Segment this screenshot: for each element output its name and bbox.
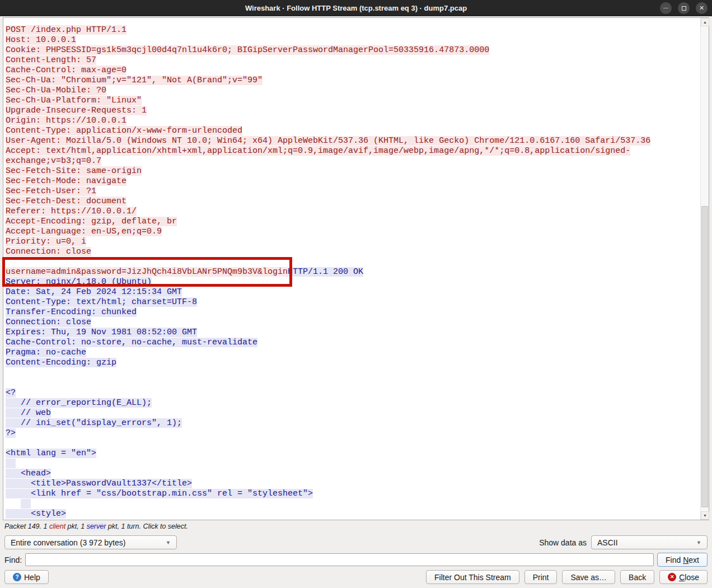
stream-line: Priority: u=0, i (6, 237, 697, 247)
conversation-select-value: Entire conversation (3 972 bytes) (11, 538, 125, 547)
help-icon: ? (13, 573, 21, 581)
stream-line: Server: nginx/1.18.0 (Ubuntu) (6, 277, 697, 287)
window-title: Wireshark · Follow HTTP Stream (tcp.stre… (245, 4, 467, 12)
stream-line: User-Agent: Mozilla/5.0 (Windows NT 10.0… (6, 136, 697, 146)
print-button[interactable]: Print (524, 570, 558, 584)
stream-line: <style> (6, 509, 697, 519)
window-close-icon[interactable]: ✕ (696, 2, 708, 14)
stream-line: <title>PasswordVault1337</title> (6, 479, 697, 489)
titlebar: Wireshark · Follow HTTP Stream (tcp.stre… (0, 0, 712, 16)
stream-line: Date: Sat, 24 Feb 2024 12:15:34 GMT (6, 287, 697, 297)
show-data-as-label: Show data as (539, 538, 587, 547)
scroll-up-icon[interactable]: ▲ (701, 18, 709, 26)
stream-line: <link href = "css/bootstrap.min.css" rel… (6, 489, 697, 499)
stream-line: Accept: text/html,application/xhtml+xml,… (6, 146, 697, 166)
stream-line: Cache-Control: no-store, no-cache, must-… (6, 338, 697, 348)
stream-line: Accept-Language: en-US,en;q=0.9 (6, 227, 697, 237)
stream-line: // error_reporting(E_ALL); (6, 398, 697, 408)
stream-line: Sec-Fetch-Mode: navigate (6, 176, 697, 186)
stream-line: Sec-Fetch-User: ?1 (6, 186, 697, 197)
stream-line (6, 257, 697, 267)
find-next-button[interactable]: Find Next (657, 553, 708, 567)
stream-line: Sec-Fetch-Dest: document (6, 197, 697, 207)
filter-out-stream-button[interactable]: Filter Out This Stream (426, 570, 519, 584)
stream-line: Cookie: PHPSESSID=gs1k5m3qcjl00d4q7nl1u4… (6, 45, 697, 55)
maximize-square-glyph (682, 6, 686, 11)
stream-line: POST /index.php HTTP/1.1 (6, 25, 697, 35)
hint-client-label: client (49, 522, 65, 530)
find-label: Find: (4, 556, 22, 564)
conversation-select[interactable]: Entire conversation (3 972 bytes) ▼ (4, 535, 177, 549)
stream-line: Transfer-Encoding: chunked (6, 307, 697, 318)
stream-line (6, 459, 697, 469)
stream-line: Cache-Control: max-age=0 (6, 66, 697, 76)
stream-line: Connection: close (6, 318, 697, 328)
stream-line: Accept-Encoding: gzip, deflate, br (6, 217, 697, 227)
stream-line: <html lang = "en"> (6, 449, 697, 459)
hint-suffix: pkt, 1 turn. Click to select. (106, 522, 188, 530)
stream-line (6, 378, 697, 388)
maximize-icon[interactable] (678, 2, 690, 14)
stream-line: Sec-Fetch-Site: same-origin (6, 166, 697, 176)
stream-line: Sec-Ch-Ua: "Chromium";v="121", "Not A(Br… (6, 76, 697, 86)
stream-line: Content-Type: text/html; charset=UTF-8 (6, 297, 697, 307)
stream-line: Expires: Thu, 19 Nov 1981 08:52:00 GMT (6, 328, 697, 338)
window-controls: — ✕ (660, 2, 708, 14)
stream-line: ?> (6, 428, 697, 438)
stream-line: Host: 10.0.0.1 (6, 35, 697, 45)
stream-line (6, 499, 697, 509)
stream-line (6, 438, 697, 449)
chevron-down-icon: ▼ (688, 540, 701, 545)
back-button[interactable]: Back (620, 570, 654, 584)
packet-hint: Packet 149. 1 client pkt, 1 server pkt, … (0, 520, 712, 533)
stream-line: Sec-Ch-Ua-Mobile: ?0 (6, 86, 697, 96)
find-row: Find: Find Next (0, 550, 712, 568)
stream-line: Sec-Ch-Ua-Platform: "Linux" (6, 96, 697, 106)
vertical-scrollbar[interactable]: ▲ ▼ (700, 18, 709, 520)
stream-line: username=admin&password=JizJhQch4i8VbLAN… (6, 267, 697, 277)
stream-line: Content-Length: 57 (6, 55, 697, 66)
minimize-icon[interactable]: — (660, 2, 672, 14)
stream-controls-row: Entire conversation (3 972 bytes) ▼ Show… (0, 533, 712, 550)
stream-line: Pragma: no-cache (6, 348, 697, 358)
stream-line: // ini_set("display_errors", 1); (6, 418, 697, 428)
scrollbar-thumb[interactable] (701, 206, 708, 507)
stream-line: // web (6, 408, 697, 418)
save-as-button[interactable]: Save as… (562, 570, 615, 584)
hint-server-label: server (87, 522, 106, 530)
stream-line: <? (6, 388, 697, 398)
find-input[interactable] (25, 553, 654, 566)
help-button[interactable]: ? Help (4, 570, 49, 584)
dialog-buttons-row: ? Help Filter Out This Stream Print Save… (0, 568, 712, 588)
hint-mid: pkt, 1 (65, 522, 87, 530)
chevron-down-icon: ▼ (158, 540, 171, 545)
stream-line (6, 368, 697, 378)
close-button[interactable]: ✕ Close (659, 570, 708, 584)
help-button-label: Help (24, 573, 40, 582)
stream-line: Referer: https://10.0.0.1/ (6, 207, 697, 217)
stream-line: Content-Encoding: gzip (6, 358, 697, 368)
stream-text[interactable]: POST /index.php HTTP/1.1Host: 10.0.0.1Co… (3, 18, 700, 520)
stream-line: Upgrade-Insecure-Requests: 1 (6, 106, 697, 116)
close-button-label: Close (679, 573, 699, 582)
show-data-as-value: ASCII (597, 538, 618, 547)
stream-line: Connection: close (6, 247, 697, 257)
show-data-as-select[interactable]: ASCII ▼ (591, 535, 708, 549)
hint-prefix: Packet 149. 1 (4, 522, 49, 530)
scroll-down-icon[interactable]: ▼ (701, 511, 709, 520)
stream-line: Origin: https://10.0.0.1 (6, 116, 697, 126)
stream-line: <head> (6, 469, 697, 479)
close-icon: ✕ (668, 573, 676, 581)
stream-line: Content-Type: application/x-www-form-url… (6, 126, 697, 136)
stream-view[interactable]: POST /index.php HTTP/1.1Host: 10.0.0.1Co… (3, 17, 709, 520)
